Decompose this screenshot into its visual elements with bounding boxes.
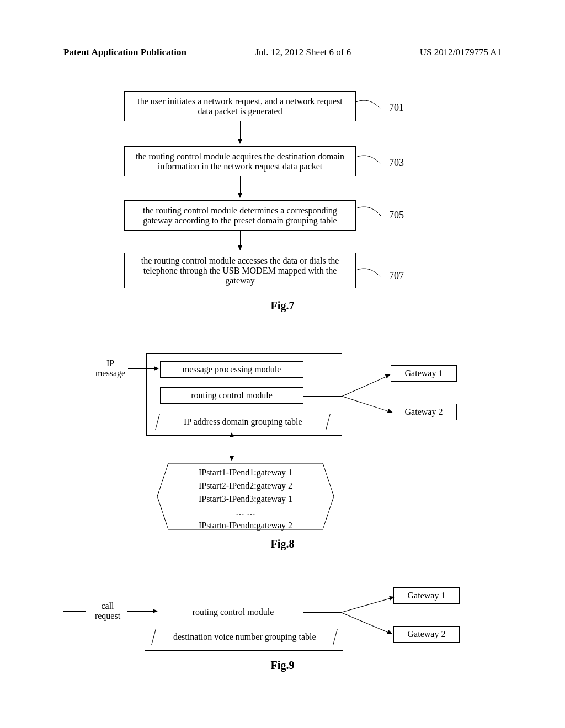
fig8-grouping: IP address domain grouping table <box>155 414 331 430</box>
fig8-grouping-text: IP address domain grouping table <box>184 417 302 427</box>
fig7-num2: 703 <box>389 157 404 169</box>
fig8-gw1: Gateway 1 <box>391 365 457 382</box>
fig8-table-content: IPstart1-IPend1:gateway 1 IPstart2-IPend… <box>182 466 309 532</box>
fig8-gw2: Gateway 2 <box>391 404 457 420</box>
fig8-caption: Fig.8 <box>0 538 565 550</box>
line-icon <box>232 620 232 629</box>
arrow-diag-icon <box>342 396 392 413</box>
connector-icon <box>353 99 386 116</box>
page-header: Patent Application Publication Jul. 12, … <box>0 47 565 58</box>
fig7-num4: 707 <box>389 270 404 282</box>
fig9-gw1: Gateway 1 <box>393 587 460 604</box>
arrow-down-icon <box>240 231 241 250</box>
arrow-diag-icon <box>341 612 392 634</box>
line-icon <box>232 378 232 388</box>
line-icon <box>232 404 232 414</box>
fig9-gw2: Gateway 2 <box>393 626 460 643</box>
header-center: Jul. 12, 2012 Sheet 6 of 6 <box>255 47 351 58</box>
arrow-diag-icon <box>341 597 394 613</box>
line-icon <box>303 396 342 397</box>
fig9-grouping-text: destination voice number grouping table <box>173 632 316 642</box>
connector-icon <box>353 267 386 284</box>
connector-icon <box>353 154 386 171</box>
fig9-routing: routing control module <box>163 604 303 620</box>
header-right: US 2012/0179775 A1 <box>420 47 502 58</box>
fig8-msg-proc: message processing module <box>160 361 303 378</box>
dash-line-icon <box>63 611 86 612</box>
header-left: Patent Application Publication <box>63 47 186 58</box>
fig7-box1: the user initiates a network request, an… <box>124 91 356 121</box>
fig7-box4: the routing control module accesses the … <box>124 253 356 288</box>
connector-icon <box>353 206 386 222</box>
arrow-down-icon <box>240 176 241 197</box>
fig7-caption: Fig.7 <box>0 299 565 312</box>
fig7-box2: the routing control module acquires the … <box>124 146 356 176</box>
fig8-ip-label: IP message <box>94 358 127 378</box>
fig9-call-label: call request <box>91 601 124 621</box>
fig7-num3: 705 <box>389 210 404 221</box>
fig9-grouping: destination voice number grouping table <box>151 629 338 645</box>
arrow-diag-icon <box>342 374 390 397</box>
fig9-caption: Fig.9 <box>0 659 565 672</box>
double-arrow-icon <box>232 433 232 461</box>
fig7-num1: 701 <box>389 102 404 114</box>
fig7-box3: the routing control module determines a … <box>124 200 356 231</box>
fig8-routing: routing control module <box>160 387 303 404</box>
line-icon <box>303 612 342 613</box>
arrow-down-icon <box>240 121 241 143</box>
